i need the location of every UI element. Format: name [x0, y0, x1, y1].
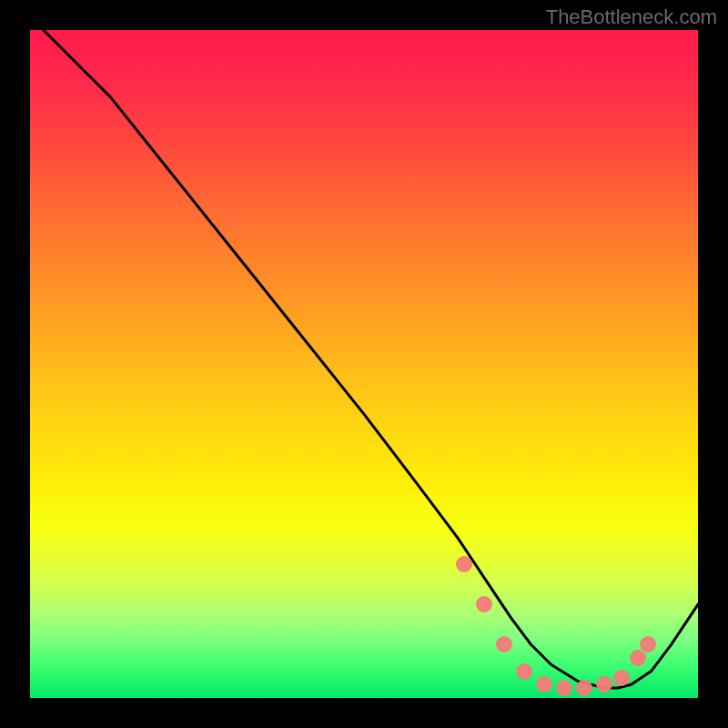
marker-layer [30, 30, 698, 698]
watermark-text: TheBottleneck.com [546, 5, 717, 29]
marker-dot [496, 636, 512, 652]
plot-area [30, 30, 698, 698]
marker-dot [640, 636, 656, 652]
marker-dot [576, 680, 592, 696]
marker-dot [476, 596, 492, 612]
marker-dot [456, 556, 472, 572]
marker-dot [613, 670, 630, 686]
marker-dot [556, 680, 572, 696]
marker-dot [516, 663, 532, 680]
marker-dot [630, 650, 646, 666]
marker-dot [536, 676, 552, 693]
marker-dot [596, 676, 612, 693]
